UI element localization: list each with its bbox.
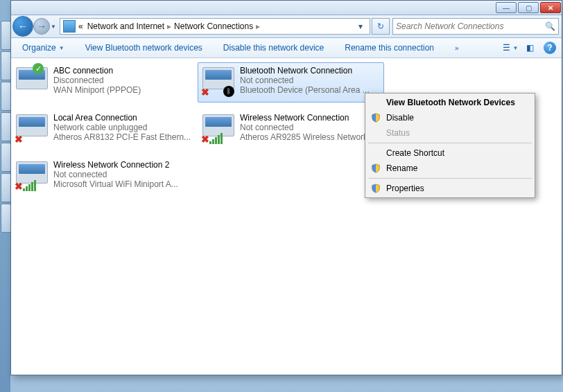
breadcrumb-item-0[interactable]: Network and Internet: [87, 21, 164, 31]
close-button[interactable]: ✕: [540, 2, 561, 13]
back-button[interactable]: ←: [12, 16, 33, 37]
connection-status: Disconnected: [53, 75, 141, 85]
connection-status: Not connected: [53, 170, 178, 179]
explorer-window: — ▢ ✕ ← → ▼ « Network and Internet ▸ Net…: [10, 0, 562, 375]
context-menu-separator: [368, 143, 532, 143]
connection-item[interactable]: ✓ABC connectionDisconnectedWAN Miniport …: [11, 62, 198, 103]
organize-label: Organize: [22, 43, 56, 53]
search-box[interactable]: Search Network Connections 🔍: [392, 18, 559, 35]
toolbar-label: Disable this network device: [223, 43, 324, 53]
connection-device: WAN Miniport (PPPOE): [53, 85, 141, 95]
connection-text: Wireless Network Connection 2Not connect…: [53, 160, 178, 193]
disable-device-button[interactable]: Disable this network device: [218, 41, 329, 55]
context-menu-item[interactable]: Properties: [367, 181, 533, 196]
context-menu-item[interactable]: Disable: [367, 110, 533, 125]
status-error-icon: ✖: [201, 134, 209, 144]
status-error-icon: ✖: [15, 134, 23, 144]
uac-shield-icon: [371, 113, 381, 123]
connection-text: ABC connectionDisconnectedWAN Miniport (…: [53, 66, 141, 99]
address-row: ← → ▼ « Network and Internet ▸ Network C…: [11, 15, 562, 38]
connection-device: Atheros AR9285 Wireless Network...: [240, 132, 374, 142]
location-icon: [63, 20, 76, 33]
breadcrumb-sep: ▸: [256, 21, 260, 31]
view-bluetooth-devices-button[interactable]: View Bluetooth network devices: [80, 41, 208, 55]
context-menu-item[interactable]: Rename: [367, 161, 533, 176]
context-menu-label: Status: [386, 128, 410, 138]
signal-icon: [23, 180, 36, 191]
connection-title: Wireless Network Connection: [240, 113, 374, 123]
breadcrumb-prefix: «: [78, 21, 83, 31]
context-menu-label: Create Shortcut: [386, 148, 444, 158]
search-placeholder: Search Network Connections: [396, 21, 503, 31]
minimize-button[interactable]: —: [496, 2, 517, 13]
connection-device: Bluetooth Device (Personal Area ...: [240, 85, 370, 95]
connections-list: ✓ABC connectionDisconnectedWAN Miniport …: [11, 58, 562, 375]
nav-history-dropdown[interactable]: ▼: [50, 19, 57, 34]
connection-item[interactable]: ✖Wireless Network ConnectionNot connecte…: [198, 109, 384, 150]
connection-item[interactable]: ✖Wireless Network Connection 2Not connec…: [11, 157, 198, 197]
status-error-icon: ✖: [201, 87, 209, 97]
connection-title: Wireless Network Connection 2: [53, 160, 178, 170]
window-titlebar: — ▢ ✕: [11, 1, 562, 15]
context-menu-item: Status: [367, 125, 533, 141]
help-button[interactable]: ?: [544, 42, 556, 54]
context-menu: View Bluetooth Network DevicesDisableSta…: [365, 93, 535, 198]
address-dropdown[interactable]: ▾: [354, 21, 367, 31]
connection-icon: ✓: [16, 66, 49, 96]
connection-title: ABC connection: [53, 66, 141, 75]
context-menu-label: Properties: [386, 184, 424, 193]
uac-shield-icon: [371, 163, 381, 173]
connection-title: Local Area Connection: [53, 113, 191, 123]
context-menu-label: View Bluetooth Network Devices: [386, 98, 515, 107]
breadcrumb-bar[interactable]: « Network and Internet ▸ Network Connect…: [60, 18, 370, 35]
forward-button[interactable]: →: [33, 18, 50, 35]
command-bar: Organize ▼ View Bluetooth network device…: [11, 38, 562, 58]
context-menu-item[interactable]: View Bluetooth Network Devices: [367, 95, 533, 110]
context-menu-label: Rename: [386, 163, 417, 173]
search-icon: 🔍: [545, 21, 555, 31]
signal-icon: [209, 133, 223, 144]
connection-text: Local Area ConnectionNetwork cable unplu…: [53, 113, 191, 146]
connection-device: Atheros AR8132 PCI-E Fast Ethern...: [53, 132, 191, 142]
toolbar-label: Rename this connection: [345, 43, 434, 53]
refresh-button[interactable]: ↻: [372, 18, 390, 35]
connection-icon: ✖ᛒ: [202, 66, 236, 96]
status-error-icon: ✖: [15, 181, 23, 191]
connection-item[interactable]: ✖Local Area ConnectionNetwork cable unpl…: [11, 109, 198, 150]
connection-icon: ✖: [202, 113, 236, 143]
context-menu-separator: [368, 178, 532, 179]
toolbar-overflow-chevron[interactable]: »: [455, 44, 459, 52]
rename-connection-button[interactable]: Rename this connection: [339, 41, 440, 55]
context-menu-item[interactable]: Create Shortcut: [367, 145, 533, 161]
chevron-down-icon: ▼: [513, 45, 519, 51]
connection-item[interactable]: ✖ᛒBluetooth Network ConnectionNot connec…: [198, 62, 384, 103]
maximize-button[interactable]: ▢: [518, 2, 539, 13]
connection-title: Bluetooth Network Connection: [240, 66, 370, 75]
connection-icon: ✖: [16, 113, 49, 143]
chevron-down-icon: ▼: [59, 45, 64, 51]
toolbar-label: View Bluetooth network devices: [85, 43, 202, 53]
breadcrumb-sep: ▸: [167, 21, 171, 31]
view-options-button[interactable]: ☰▼: [502, 41, 519, 55]
connection-text: Wireless Network ConnectionNot connected…: [240, 113, 374, 146]
connection-status: Network cable unplugged: [53, 123, 191, 132]
context-menu-label: Disable: [386, 113, 414, 123]
organize-button[interactable]: Organize ▼: [17, 41, 70, 55]
connection-text: Bluetooth Network ConnectionNot connecte…: [240, 66, 370, 99]
bluetooth-icon: ᛒ: [223, 86, 234, 97]
preview-pane-button[interactable]: ◧: [521, 41, 538, 55]
connection-status: Not connected: [240, 75, 370, 85]
connection-status: Not connected: [240, 123, 374, 132]
breadcrumb-item-1[interactable]: Network Connections: [174, 21, 253, 31]
uac-shield-icon: [371, 184, 381, 193]
desktop-taskbar-sliver: [0, 0, 10, 392]
connection-icon: ✖: [16, 160, 49, 190]
status-ok-icon: ✓: [33, 63, 44, 74]
connection-device: Microsoft Virtual WiFi Miniport A...: [53, 179, 178, 189]
